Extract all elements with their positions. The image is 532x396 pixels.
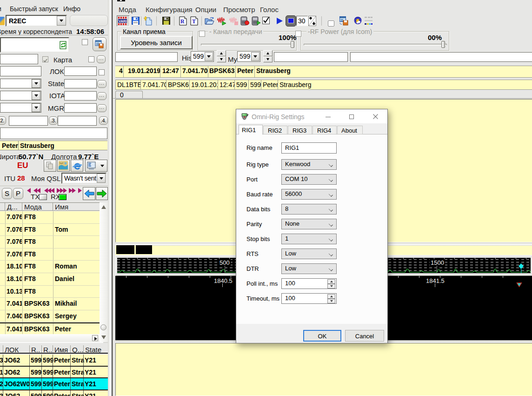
svg-text:T: T (192, 18, 196, 25)
svg-text:VARI: VARI (119, 19, 126, 23)
svg-text:R: R (180, 18, 185, 25)
